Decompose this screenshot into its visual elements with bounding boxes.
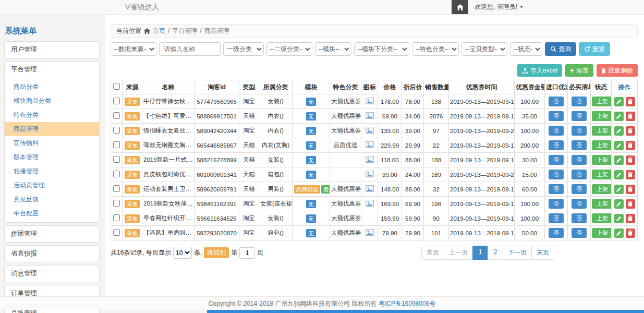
import-select-toggle[interactable]: 否 xyxy=(549,111,564,121)
must-buy-toggle[interactable]: 否 xyxy=(572,97,587,106)
import-select-toggle[interactable]: 否 xyxy=(549,155,564,165)
sidebar-subitem[interactable]: 启动页管理 xyxy=(5,178,99,192)
jump-button[interactable]: 跳转到 xyxy=(204,247,229,258)
must-buy-toggle[interactable]: 否 xyxy=(572,126,587,136)
filter-item-type-select[interactable]: --宝贝类型-- xyxy=(461,42,507,56)
name-search-input[interactable] xyxy=(159,42,221,56)
delete-button[interactable] xyxy=(626,97,635,106)
delete-button[interactable] xyxy=(626,170,635,179)
filter-status-select[interactable]: --状态-- xyxy=(510,42,542,56)
row-checkbox[interactable] xyxy=(113,171,120,177)
page-button[interactable]: 首页 xyxy=(421,246,444,260)
row-checkbox[interactable] xyxy=(113,229,120,236)
edit-button[interactable] xyxy=(614,228,624,238)
status-toggle[interactable]: 上架 xyxy=(592,140,612,150)
row-checkbox[interactable] xyxy=(113,185,120,192)
must-buy-toggle[interactable]: 否 xyxy=(572,155,587,165)
status-toggle[interactable]: 上架 xyxy=(592,170,612,179)
delete-button[interactable] xyxy=(626,199,635,209)
sidebar-subitem[interactable]: 意见反馈 xyxy=(5,192,99,207)
edit-button[interactable] xyxy=(614,112,624,121)
page-button[interactable]: 下一页 xyxy=(503,246,532,260)
must-buy-toggle[interactable]: 否 xyxy=(572,228,587,238)
page-button[interactable]: 末页 xyxy=(531,246,554,260)
delete-button[interactable] xyxy=(626,214,635,223)
edit-button[interactable] xyxy=(614,185,624,194)
import-select-toggle[interactable]: 否 xyxy=(549,228,564,238)
import-select-toggle[interactable]: 否 xyxy=(549,97,564,106)
page-button[interactable]: 2 xyxy=(488,246,503,260)
icp-link[interactable]: 粤ICP备16098006号 xyxy=(379,300,435,307)
sidebar-item[interactable]: 用户管理 xyxy=(5,42,99,58)
user-menu[interactable]: 欢迎您, 管理员! ▼ xyxy=(468,3,530,11)
sidebar-subitem[interactable]: 特色分类 xyxy=(5,108,99,122)
search-button[interactable]: 查询 xyxy=(545,42,576,56)
must-buy-toggle[interactable]: 否 xyxy=(572,213,587,223)
page-button[interactable]: 上一页 xyxy=(444,246,473,260)
status-toggle[interactable]: 上架 xyxy=(592,155,612,165)
delete-button[interactable] xyxy=(626,228,635,238)
edit-button[interactable] xyxy=(614,214,624,223)
must-buy-toggle[interactable]: 否 xyxy=(572,111,587,121)
breadcrumb-home-link[interactable]: 首页 xyxy=(153,25,165,37)
sidebar-subitem[interactable]: 模块商品分类 xyxy=(5,94,99,108)
row-checkbox[interactable] xyxy=(113,156,120,163)
row-checkbox[interactable] xyxy=(113,98,120,104)
row-checkbox[interactable] xyxy=(113,127,120,134)
sidebar-item[interactable]: 平台管理 xyxy=(5,62,99,78)
sidebar-subitem[interactable]: 宣传物料 xyxy=(5,136,99,150)
edit-button[interactable] xyxy=(614,170,624,179)
import-select-toggle[interactable]: 否 xyxy=(549,184,564,194)
delete-button[interactable] xyxy=(626,185,635,194)
sidebar-item[interactable]: 消息管理 xyxy=(5,266,99,282)
row-checkbox[interactable] xyxy=(113,200,120,207)
import-select-toggle[interactable]: 否 xyxy=(549,140,564,150)
must-buy-toggle[interactable]: 否 xyxy=(572,170,587,179)
status-toggle[interactable]: 上架 xyxy=(592,126,612,136)
import-select-toggle[interactable]: 否 xyxy=(549,126,564,136)
must-buy-toggle[interactable]: 否 xyxy=(572,184,587,194)
sidebar-subitem[interactable]: 商品分类 xyxy=(5,80,99,94)
filter-level2-category-select[interactable]: --二级分类-- xyxy=(266,42,312,56)
status-toggle[interactable]: 上架 xyxy=(592,184,612,194)
status-toggle[interactable]: 上架 xyxy=(592,97,612,106)
edit-button[interactable] xyxy=(614,199,624,209)
status-toggle[interactable]: 上架 xyxy=(592,228,612,238)
status-toggle[interactable]: 上架 xyxy=(592,111,612,121)
must-buy-toggle[interactable]: 否 xyxy=(572,199,587,209)
filter-level1-category-select[interactable]: 一级分类 xyxy=(223,42,264,56)
batch-delete-button[interactable]: 批量删除 xyxy=(597,64,638,77)
status-toggle[interactable]: 上架 xyxy=(592,213,612,223)
select-all-checkbox[interactable] xyxy=(113,83,120,90)
import-select-toggle[interactable]: 否 xyxy=(549,213,564,223)
filter-module-select[interactable]: --模块-- xyxy=(315,42,351,56)
import-excel-button[interactable]: 导入excel xyxy=(517,64,562,77)
sidebar-subitem[interactable]: 轮播管理 xyxy=(5,164,99,178)
delete-button[interactable] xyxy=(626,126,635,136)
edit-button[interactable] xyxy=(614,141,624,150)
page-button[interactable]: 1 xyxy=(472,246,488,260)
edit-button[interactable] xyxy=(614,155,624,165)
delete-button[interactable] xyxy=(626,155,635,165)
filter-feature-category-select[interactable]: --特色分类-- xyxy=(412,42,459,56)
sidebar-subitem[interactable]: 平台配置 xyxy=(5,207,99,221)
row-checkbox[interactable] xyxy=(113,112,120,119)
status-toggle[interactable]: 上架 xyxy=(592,199,612,209)
edit-button[interactable] xyxy=(614,126,624,136)
row-checkbox[interactable] xyxy=(113,141,120,148)
row-checkbox[interactable] xyxy=(113,214,120,221)
delete-button[interactable] xyxy=(626,141,635,150)
add-button[interactable]: + 添加 xyxy=(565,64,593,77)
sidebar-item[interactable]: 拼团管理 xyxy=(5,226,99,242)
per-page-select[interactable]: 10 xyxy=(173,247,192,259)
reset-button[interactable]: 重置 xyxy=(579,42,610,56)
sidebar-subitem[interactable]: 商品管理 xyxy=(5,122,99,136)
import-select-toggle[interactable]: 否 xyxy=(549,199,564,209)
delete-button[interactable] xyxy=(626,112,635,121)
import-select-toggle[interactable]: 否 xyxy=(549,170,564,179)
sidebar-subitem[interactable]: 版本管理 xyxy=(5,150,99,164)
sidebar-item[interactable]: 省直快报 xyxy=(5,246,99,262)
filter-data-source-select[interactable]: --数据来源-- xyxy=(111,42,156,56)
home-button[interactable] xyxy=(452,0,468,14)
edit-button[interactable] xyxy=(614,97,624,106)
